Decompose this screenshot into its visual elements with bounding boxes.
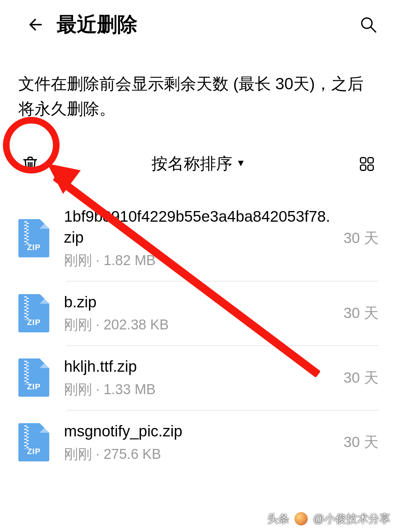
file-list: ZIP 1bf9b8910f4229b55e3a4ba842053f78.zip… [0, 188, 397, 474]
trash-icon [22, 156, 39, 172]
view-toggle-button[interactable] [357, 154, 377, 174]
days-remaining: 30 天 [343, 303, 379, 323]
info-text: 文件在删除前会显示剩余天数 (最长 30天)，之后将永久删除。 [0, 53, 397, 140]
sort-label: 按名称排序 [151, 153, 232, 175]
chevron-down-icon: ▼ [236, 157, 246, 169]
zip-badge: ZIP [27, 318, 40, 327]
file-meta: 1bf9b8910f4229b55e3a4ba842053f78.zip 刚刚 … [64, 206, 343, 269]
list-item[interactable]: ZIP b.zip 刚刚 · 202.38 KB 30 天 [0, 281, 397, 346]
file-info: 刚刚 · 1.82 MB [64, 251, 336, 270]
list-toolbar: 按名称排序 ▼ [0, 140, 397, 188]
file-meta: msgnotify_pic.zip 刚刚 · 275.6 KB [64, 421, 343, 464]
file-name: msgnotify_pic.zip [64, 421, 336, 445]
page-title: 最近删除 [57, 11, 358, 38]
svg-rect-4 [368, 165, 373, 171]
zip-badge: ZIP [27, 243, 40, 252]
file-name: 1bf9b8910f4229b55e3a4ba842053f78.zip [64, 206, 336, 251]
empty-trash-button[interactable] [20, 154, 40, 174]
file-info: 刚刚 · 1.33 MB [64, 380, 336, 399]
svg-rect-2 [368, 157, 373, 163]
list-item[interactable]: ZIP hkljh.ttf.zip 刚刚 · 1.33 MB 30 天 [0, 345, 397, 410]
back-button[interactable] [26, 14, 46, 35]
zip-badge: ZIP [27, 447, 40, 456]
list-item[interactable]: ZIP 1bf9b8910f4229b55e3a4ba842053f78.zip… [0, 195, 397, 281]
arrow-left-icon [27, 16, 45, 33]
svg-rect-1 [361, 157, 366, 163]
days-remaining: 30 天 [343, 368, 379, 388]
watermark: 头条 @小俊技术分享 [267, 511, 390, 527]
grid-icon [359, 156, 375, 172]
zip-file-icon: ZIP [18, 219, 49, 257]
avatar-icon [294, 512, 308, 525]
search-button[interactable] [358, 14, 379, 35]
zip-badge: ZIP [27, 382, 40, 392]
days-remaining: 30 天 [343, 228, 379, 248]
zip-file-icon: ZIP [18, 358, 49, 397]
file-meta: b.zip 刚刚 · 202.38 KB [64, 292, 343, 335]
header-bar: 最近删除 [0, 0, 397, 53]
days-remaining: 30 天 [343, 432, 379, 452]
file-meta: hkljh.ttf.zip 刚刚 · 1.33 MB [64, 356, 343, 399]
file-name: hkljh.ttf.zip [64, 356, 336, 380]
file-name: b.zip [64, 292, 336, 316]
svg-rect-3 [361, 165, 366, 171]
watermark-prefix: 头条 [267, 513, 289, 525]
zip-file-icon: ZIP [18, 294, 49, 332]
sort-dropdown[interactable]: 按名称排序 ▼ [40, 153, 357, 175]
watermark-name: @小俊技术分享 [313, 513, 390, 525]
zip-file-icon: ZIP [18, 423, 49, 461]
file-info: 刚刚 · 202.38 KB [64, 315, 336, 334]
file-info: 刚刚 · 275.6 KB [64, 445, 336, 464]
list-item[interactable]: ZIP msgnotify_pic.zip 刚刚 · 275.6 KB 30 天 [0, 410, 397, 475]
search-icon [360, 16, 377, 33]
